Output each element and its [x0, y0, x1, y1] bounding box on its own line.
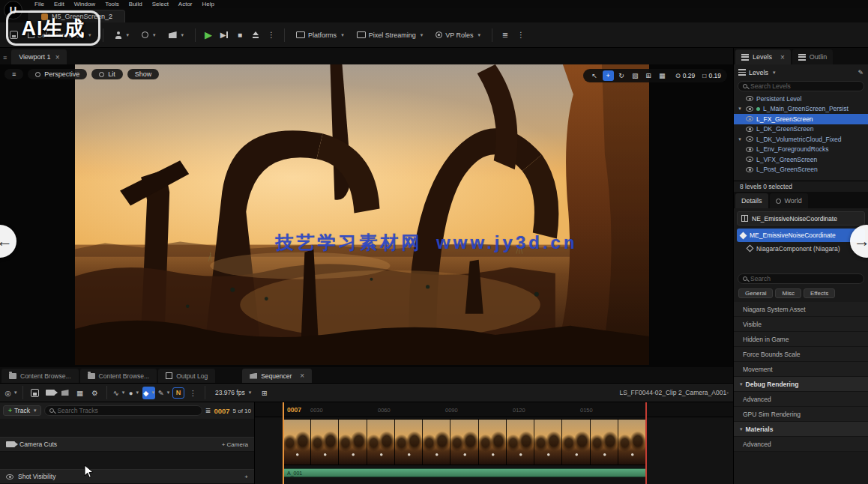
track-camera-cuts[interactable]: Camera Cuts + Camera [0, 437, 254, 452]
shot-section-bar[interactable]: A_001 [283, 468, 647, 477]
sequencer-kebab[interactable]: ⋮ [187, 387, 199, 399]
property-row[interactable]: Advanced [734, 392, 868, 407]
visibility-eye-icon[interactable] [746, 147, 753, 152]
property-row[interactable]: Niagara System Asset [734, 302, 868, 317]
property-row[interactable]: Movement [734, 362, 868, 377]
viewport-stat-a[interactable]: ⊙0.29 [675, 72, 696, 79]
property-row[interactable]: Force Bounds Scale [734, 347, 868, 362]
play-options-kebab[interactable]: ⋮ [265, 28, 277, 42]
details-search-input[interactable] [750, 275, 859, 282]
track-filter-icon[interactable]: ≣ [205, 407, 211, 414]
playhead[interactable] [283, 402, 284, 484]
move-tool-icon[interactable]: + [603, 70, 614, 81]
viewport[interactable]: ≡ Perspective Lit Show ↖ + ↻ ▧ ⊞ ▦ ⊙0.29… [0, 64, 733, 367]
property-section-row[interactable]: ▾Materials [734, 422, 868, 437]
level-row[interactable]: L_Post_GreenScreen [734, 165, 868, 175]
details-search[interactable] [738, 273, 864, 284]
cinematics-dropdown[interactable]: ▾ [164, 29, 189, 40]
close-icon[interactable]: × [300, 372, 304, 380]
menu-build[interactable]: Build [129, 1, 142, 7]
caret-down-icon[interactable]: ▾ [737, 136, 743, 142]
track-shot-visibility[interactable]: Shot Visibility + [0, 469, 254, 484]
visibility-eye-icon[interactable] [746, 127, 753, 132]
property-row[interactable]: GPU Sim Rendering [734, 407, 868, 422]
edit-options-button[interactable]: ✎▾ [157, 387, 170, 399]
blueprints-dropdown[interactable]: ▾ [137, 29, 160, 40]
level-row[interactable]: L_VFX_GreenScreen [734, 154, 868, 165]
level-row[interactable]: Persistent Level [734, 94, 868, 104]
play-button[interactable]: ▶ [202, 28, 214, 42]
close-icon[interactable]: × [55, 53, 60, 61]
select-tool-icon[interactable]: ↖ [589, 70, 600, 81]
platforms-dropdown[interactable]: Platforms ▾ [292, 29, 349, 41]
view-range-button[interactable]: ⊞ [258, 387, 271, 399]
levels-search-input[interactable] [750, 82, 859, 90]
filter-general-button[interactable]: General [738, 288, 773, 298]
level-row[interactable]: ▾L_Main_GreenScreen_Persist [734, 104, 868, 115]
viewport-options-button[interactable]: ≡ [4, 69, 23, 79]
frame-lock-toggle[interactable]: N [172, 387, 184, 399]
keyframe-options-button[interactable]: ●▾ [127, 387, 140, 399]
menu-edit[interactable]: Edit [54, 1, 64, 7]
property-section-row[interactable]: ▾Debug Rendering [734, 377, 868, 392]
pixel-streaming-dropdown[interactable]: Pixel Streaming ▾ [352, 29, 428, 41]
camera-cuts-filmstrip[interactable] [283, 419, 647, 465]
menu-file[interactable]: File [34, 1, 44, 7]
stop-button[interactable]: ■ [234, 28, 246, 42]
close-icon[interactable]: × [780, 53, 785, 61]
levels-dropdown[interactable]: Levels ▾ [738, 69, 776, 76]
scale-tool-icon[interactable]: ▧ [630, 70, 641, 81]
add-section-button[interactable]: + [244, 474, 248, 480]
settings-button[interactable]: ≣ [499, 28, 511, 42]
visibility-eye-icon[interactable] [746, 116, 753, 121]
visibility-eye-icon[interactable] [746, 106, 753, 112]
level-row[interactable]: L_Env_ForegroundRocks [734, 145, 868, 155]
menu-actor[interactable]: Actor [178, 1, 193, 7]
grid-snap-icon[interactable]: ⊞ [643, 70, 654, 81]
fps-dropdown[interactable]: 23.976 fps▾ [211, 387, 256, 398]
level-row[interactable]: L_DK_GreenScreen [734, 124, 868, 135]
visibility-eye-icon[interactable] [746, 157, 753, 162]
current-frame-value[interactable]: 0007 [214, 407, 229, 415]
selected-asset-row[interactable]: ME_EmissiveNoiseCoordinate [737, 229, 865, 242]
menu-window[interactable]: Window [74, 1, 95, 7]
create-camera-button[interactable] [43, 387, 56, 399]
rotate-tool-icon[interactable]: ↻ [616, 70, 627, 81]
tab-content-browser-1[interactable]: Content Browse... [1, 369, 79, 383]
track-search-input[interactable] [57, 407, 196, 414]
sequencer-layout-button[interactable]: ▦ [73, 387, 86, 399]
paint-icon[interactable]: ✎ [858, 69, 864, 76]
timeline-ruler[interactable]: 0030 0060 0090 0120 0150 [255, 402, 733, 417]
tab-details[interactable]: Details [735, 193, 768, 208]
tab-outliner[interactable]: Outlin [792, 49, 834, 64]
tab-sequencer[interactable]: Sequencer× [242, 369, 312, 383]
frame-skip-button[interactable]: ▶ [218, 28, 230, 42]
sequencer-timeline[interactable]: 0030 0060 0090 0120 0150 0007 [255, 402, 733, 484]
lit-dropdown[interactable]: Lit [91, 69, 123, 79]
add-track-button[interactable]: + Track ▾ [3, 405, 41, 416]
property-row[interactable]: Advanced [734, 437, 868, 452]
tab-world[interactable]: World [770, 193, 808, 208]
level-row-selected[interactable]: L_FX_GreenScreen [734, 114, 868, 124]
visibility-eye-icon[interactable] [746, 96, 753, 101]
dock-icon[interactable]: ≡ [3, 54, 7, 61]
curve-editor-button[interactable]: ∿▾ [112, 387, 125, 399]
track-search[interactable] [44, 405, 202, 416]
tab-output-log[interactable]: Output Log [158, 369, 215, 383]
menu-tools[interactable]: Tools [105, 1, 119, 7]
toolbar-kebab[interactable]: ⋮ [515, 28, 527, 42]
sequencer-view-options[interactable]: ◎▾ [4, 387, 17, 399]
add-camera-button[interactable]: + Camera [222, 441, 248, 448]
visibility-eye-icon[interactable] [746, 167, 753, 172]
menu-select[interactable]: Select [152, 1, 169, 7]
tab-levels[interactable]: Levels × [735, 49, 791, 64]
render-movie-button[interactable] [58, 387, 71, 399]
menu-help[interactable]: Help [202, 1, 214, 7]
surface-snap-icon[interactable]: ▦ [657, 70, 668, 81]
sequencer-settings-button[interactable]: ⚙ [88, 387, 101, 399]
snap-toggle-button[interactable]: ◆▾ [142, 387, 155, 399]
property-row[interactable]: Visible [734, 317, 868, 332]
caret-down-icon[interactable]: ▾ [737, 106, 743, 112]
sequencer-save-button[interactable] [28, 387, 41, 399]
filter-effects-button[interactable]: Effects [804, 288, 835, 298]
